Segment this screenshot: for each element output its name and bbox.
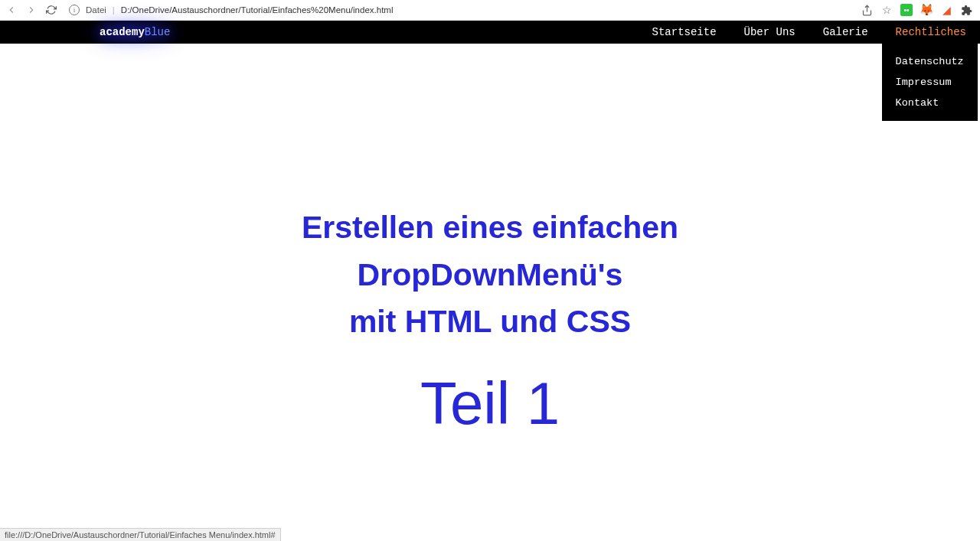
address-url: D:/OneDrive/Austauschordner/Tutorial/Ein…	[121, 5, 394, 15]
extension-green-icon[interactable]: ••	[900, 4, 913, 16]
page-heading: Erstellen eines einfachen DropDownMenü's…	[0, 204, 980, 346]
nav-rechtliches[interactable]: Rechtliches Datenschutz Impressum Kontak…	[882, 21, 980, 44]
dropdown-rechtliches: Datenschutz Impressum Kontakt	[882, 44, 978, 121]
forward-button[interactable]	[24, 3, 38, 17]
reload-button[interactable]	[44, 3, 58, 17]
browser-actions: ☆ •• 🦊 ◢	[861, 4, 975, 16]
info-icon: i	[69, 5, 80, 15]
dropdown-kontakt[interactable]: Kontakt	[882, 93, 978, 113]
nav-startseite[interactable]: Startseite	[639, 21, 730, 44]
extension-rocket-icon[interactable]: ◢	[940, 4, 952, 16]
dropdown-datenschutz[interactable]: Datenschutz	[882, 51, 978, 72]
share-icon[interactable]	[861, 4, 873, 16]
extension-fox-icon[interactable]: 🦊	[920, 4, 933, 16]
site-logo[interactable]: academyBlue	[100, 26, 170, 38]
status-bar: file:///D:/OneDrive/Austauschordner/Tuto…	[0, 528, 281, 541]
page-subheading: Teil 1	[0, 369, 980, 438]
extensions-puzzle-icon[interactable]	[960, 4, 972, 16]
nav-ueber-uns[interactable]: Über Uns	[730, 21, 809, 44]
site-navigation: academyBlue Startseite Über Uns Galerie …	[0, 21, 980, 44]
browser-toolbar: i Datei | D:/OneDrive/Austauschordner/Tu…	[0, 0, 980, 21]
bookmark-star-icon[interactable]: ☆	[880, 4, 893, 16]
back-button[interactable]	[5, 3, 18, 17]
address-bar[interactable]: i Datei | D:/OneDrive/Austauschordner/Tu…	[64, 5, 854, 15]
page-content: Erstellen eines einfachen DropDownMenü's…	[0, 44, 980, 438]
dropdown-impressum[interactable]: Impressum	[882, 72, 978, 93]
address-label: Datei	[86, 5, 106, 15]
nav-galerie[interactable]: Galerie	[809, 21, 882, 44]
